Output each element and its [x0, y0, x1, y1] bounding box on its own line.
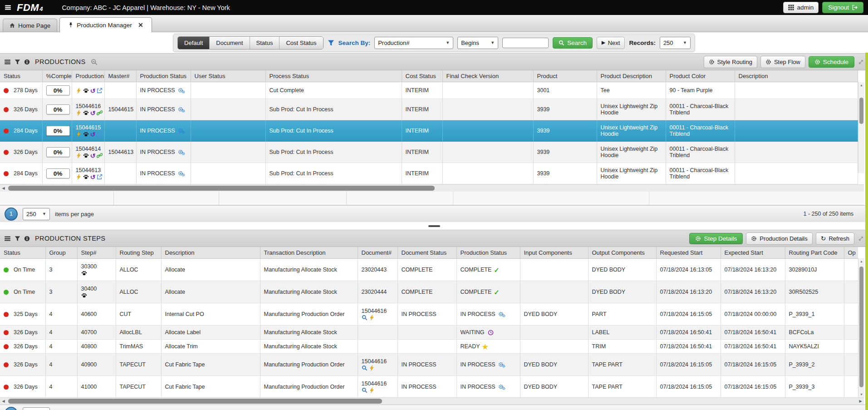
- external-link-icon[interactable]: [97, 88, 103, 94]
- scrollbar-thumb[interactable]: [8, 186, 435, 191]
- steps-row[interactable]: 326 Days440800TrimMASAllocate TrimManufa…: [0, 340, 858, 354]
- column-header-master-[interactable]: Master#: [104, 70, 136, 82]
- column-header--complete[interactable]: %Complete: [42, 70, 72, 82]
- steps-row[interactable]: 325 Days440600CUTInternal Cut POManufact…: [0, 303, 858, 326]
- scroll-left-icon[interactable]: ◀: [0, 398, 7, 405]
- page-size-select[interactable]: 250 ▼: [23, 208, 50, 220]
- history-icon[interactable]: ↺: [90, 110, 96, 116]
- column-header-production-status[interactable]: Production Status: [456, 247, 520, 259]
- column-header-transaction-description[interactable]: Transaction Description: [260, 247, 358, 259]
- scroll-left-icon[interactable]: ◀: [0, 185, 7, 192]
- paw-icon[interactable]: [81, 292, 87, 298]
- next-button[interactable]: ▶ Next: [597, 37, 625, 49]
- scroll-right-icon[interactable]: ▶: [857, 398, 864, 405]
- productions-vertical-scrollbar[interactable]: ▲: [858, 82, 864, 173]
- lightning-icon[interactable]: [76, 110, 82, 116]
- scroll-down-icon[interactable]: ▼: [858, 391, 864, 397]
- paw-icon[interactable]: [83, 174, 89, 180]
- tab-home-page[interactable]: Home Page: [3, 19, 57, 32]
- filter-tab-default[interactable]: Default: [178, 37, 209, 49]
- steps-row[interactable]: 326 Days441000TAPECUTCut Fabric TapeManu…: [0, 376, 858, 398]
- paw-icon[interactable]: [83, 153, 89, 158]
- column-header-step-[interactable]: Step#: [77, 247, 116, 259]
- steps-row[interactable]: On Time330400ALLOCAllocateManufacturing …: [0, 281, 858, 303]
- lightning-icon[interactable]: [76, 153, 82, 158]
- link-icon[interactable]: [97, 153, 103, 158]
- expand-icon[interactable]: [858, 236, 864, 242]
- column-header-product-description[interactable]: Product Description: [597, 70, 666, 82]
- refresh-button[interactable]: ↻Refresh: [816, 232, 854, 245]
- filter-tab-cost-status[interactable]: Cost Status: [279, 37, 323, 49]
- column-header-product-color[interactable]: Product Color: [666, 70, 735, 82]
- history-icon[interactable]: ↺: [90, 88, 96, 94]
- column-header-expected-start[interactable]: Expected Start: [721, 247, 785, 259]
- close-icon[interactable]: [138, 22, 143, 28]
- productions-row[interactable]: 326 Days0%15044614↺15044613IN PROCESSSub…: [0, 142, 858, 163]
- splitter-handle[interactable]: [428, 225, 440, 227]
- column-header-product[interactable]: Product: [533, 70, 597, 82]
- scroll-up-icon[interactable]: ▲: [858, 258, 864, 264]
- column-header-process-status[interactable]: Process Status: [265, 70, 402, 82]
- panel-filter-icon[interactable]: [15, 59, 20, 65]
- external-link-icon[interactable]: [97, 131, 103, 137]
- column-header-op[interactable]: Op: [844, 247, 858, 259]
- column-header-description[interactable]: Description: [735, 70, 858, 82]
- step-flow-button[interactable]: Step Flow: [760, 56, 805, 68]
- search-icon[interactable]: [362, 315, 368, 321]
- search-icon[interactable]: [362, 387, 368, 393]
- column-header-requested-start[interactable]: Requested Start: [656, 247, 721, 259]
- lightning-icon[interactable]: [76, 88, 82, 94]
- page-size-select[interactable]: 250 ▼: [23, 407, 50, 410]
- column-header-document-status[interactable]: Document Status: [397, 247, 456, 259]
- productions-horizontal-scrollbar[interactable]: ◀: [0, 184, 864, 192]
- lightning-icon[interactable]: [76, 174, 82, 180]
- style-routing-button[interactable]: Style Routing: [704, 56, 757, 68]
- pin-icon[interactable]: [68, 22, 74, 28]
- menu-icon[interactable]: [5, 4, 11, 11]
- page-number-button[interactable]: 1: [5, 207, 18, 221]
- panel-filter-icon[interactable]: [15, 236, 20, 242]
- column-header-production-[interactable]: Production#: [72, 70, 104, 82]
- paw-icon[interactable]: [81, 270, 87, 276]
- lightning-icon[interactable]: [369, 315, 375, 321]
- lightning-icon[interactable]: [76, 131, 82, 137]
- step-details-button[interactable]: Step Details: [689, 233, 743, 244]
- steps-row[interactable]: On Time330300ALLOCAllocateManufacturing …: [0, 259, 858, 281]
- signout-button[interactable]: Signout: [822, 2, 863, 13]
- paw-icon[interactable]: [83, 131, 89, 137]
- column-header-status[interactable]: Status: [0, 70, 42, 82]
- column-header-production-status[interactable]: Production Status: [136, 70, 191, 82]
- productions-row[interactable]: 326 Days0%15044616↺15044615IN PROCESSSub…: [0, 99, 858, 120]
- external-link-icon[interactable]: [97, 174, 103, 180]
- productions-row[interactable]: 278 Days0%↺IN PROCESSCut CompleteINTERIM…: [0, 82, 858, 99]
- tab-production-manager[interactable]: Production Manager: [59, 17, 152, 32]
- productions-row[interactable]: 284 Days0%15044613↺IN PROCESSSub Prod: C…: [0, 163, 858, 184]
- search-input[interactable]: [502, 38, 549, 48]
- admin-button[interactable]: admin: [783, 2, 819, 13]
- records-select[interactable]: 250 ▼: [660, 37, 691, 49]
- panel-menu-icon[interactable]: [4, 59, 11, 65]
- production-details-button[interactable]: Production Details: [746, 232, 813, 245]
- column-header-routing-step[interactable]: Routing Step: [116, 247, 161, 259]
- column-header-cost-status[interactable]: Cost Status: [402, 70, 442, 82]
- steps-row[interactable]: 326 Days440700AllocLBLAllocate LabelManu…: [0, 326, 858, 340]
- steps-row[interactable]: 326 Days440900TAPECUTCut Fabric TapeManu…: [0, 354, 858, 376]
- scrollbar-thumb[interactable]: [859, 267, 863, 387]
- zoom-out-icon[interactable]: [91, 59, 98, 65]
- column-header-document-[interactable]: Document#: [358, 247, 397, 259]
- search-operator-select[interactable]: Begins ▼: [457, 37, 498, 49]
- productions-row[interactable]: 284 Days0%15044615↺IN PROCESSSub Prod: C…: [0, 120, 858, 142]
- column-header-routing-part-code[interactable]: Routing Part Code: [785, 247, 844, 259]
- search-field-select[interactable]: Production# ▼: [374, 37, 453, 49]
- column-header-description[interactable]: Description: [161, 247, 260, 259]
- column-header-group[interactable]: Group: [45, 247, 77, 259]
- link-icon[interactable]: [97, 110, 103, 116]
- scroll-up-icon[interactable]: ▲: [858, 82, 864, 88]
- steps-vertical-scrollbar[interactable]: ▲ ▼: [858, 258, 864, 397]
- paw-icon[interactable]: [83, 110, 89, 116]
- history-icon[interactable]: ↺: [90, 174, 96, 180]
- filter-tab-status[interactable]: Status: [250, 37, 280, 49]
- steps-horizontal-scrollbar[interactable]: ◀ ▶: [0, 397, 864, 405]
- expand-icon[interactable]: [858, 59, 864, 65]
- info-icon[interactable]: [24, 59, 30, 65]
